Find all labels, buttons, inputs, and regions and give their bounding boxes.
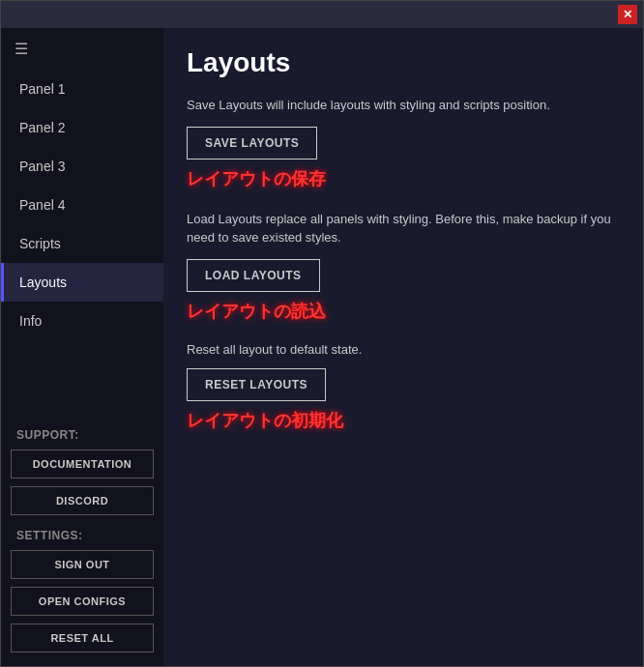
sidebar: ☰ Panel 1 Panel 2 Panel 3 Panel 4 Script… bbox=[1, 28, 163, 666]
sidebar-item-panel2[interactable]: Panel 2 bbox=[1, 108, 163, 147]
sidebar-item-info[interactable]: Info bbox=[1, 302, 163, 340]
load-layouts-button[interactable]: LOAD LAYOUTS bbox=[187, 259, 320, 292]
save-description: Save Layouts will include layouts with s… bbox=[187, 96, 620, 115]
reset-layouts-button[interactable]: RESET LAYOUTS bbox=[187, 368, 326, 401]
save-layouts-button[interactable]: SAVE LAYOUTS bbox=[187, 127, 317, 160]
menu-icon[interactable]: ☰ bbox=[1, 28, 163, 70]
support-label: SUPPORT: bbox=[1, 419, 163, 446]
settings-label: SETTINGS: bbox=[1, 519, 163, 546]
save-japanese-label: レイアウトの保存 bbox=[187, 167, 620, 190]
documentation-button[interactable]: DOCUMENTATION bbox=[11, 450, 154, 478]
load-description: Load Layouts replace all panels with sty… bbox=[187, 210, 620, 247]
signout-button[interactable]: SIGN OUT bbox=[11, 550, 154, 579]
app-window: ✕ ☰ Panel 1 Panel 2 Panel 3 Panel 4 Scri… bbox=[0, 0, 644, 667]
sidebar-item-panel1[interactable]: Panel 1 bbox=[1, 70, 163, 108]
titlebar: ✕ bbox=[1, 1, 643, 28]
reset-description: Reset all layout to default state. bbox=[187, 342, 620, 357]
page-title: Layouts bbox=[187, 47, 620, 78]
sidebar-item-layouts[interactable]: Layouts bbox=[1, 263, 163, 302]
close-button[interactable]: ✕ bbox=[618, 5, 637, 24]
app-container: ☰ Panel 1 Panel 2 Panel 3 Panel 4 Script… bbox=[1, 28, 643, 666]
reset-all-button[interactable]: RESET ALL bbox=[11, 624, 154, 652]
discord-button[interactable]: DISCORD bbox=[11, 486, 154, 515]
load-japanese-label: レイアウトの読込 bbox=[187, 300, 620, 323]
sidebar-item-scripts[interactable]: Scripts bbox=[1, 224, 163, 263]
open-configs-button[interactable]: OPEN CONFIGS bbox=[11, 587, 154, 616]
main-content: Layouts Save Layouts will include layout… bbox=[163, 28, 643, 666]
reset-japanese-label: レイアウトの初期化 bbox=[187, 409, 620, 432]
sidebar-item-panel4[interactable]: Panel 4 bbox=[1, 186, 163, 224]
sidebar-item-panel3[interactable]: Panel 3 bbox=[1, 147, 163, 186]
